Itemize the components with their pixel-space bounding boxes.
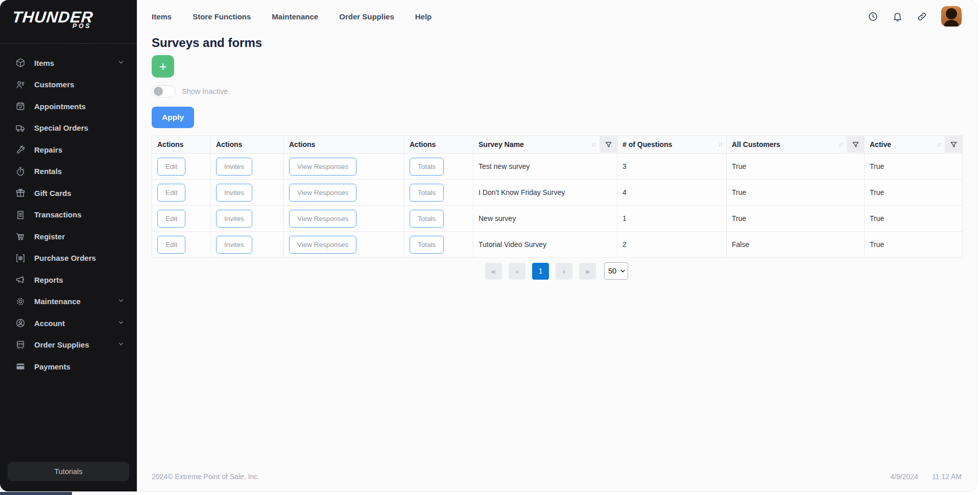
wrench-icon	[15, 144, 26, 155]
surveys-table: Actions Actions Actions Actions Survey N…	[152, 135, 963, 258]
column-header-survey-name: Survey Name	[479, 140, 524, 148]
invites-button[interactable]: Invites	[216, 184, 252, 202]
sidebar-item-transactions[interactable]: Transactions	[0, 204, 137, 226]
receipt-icon	[15, 210, 26, 220]
all-customers-cell: True	[727, 154, 865, 180]
all-customers-cell: True	[727, 180, 865, 206]
totals-button[interactable]: Totals	[410, 236, 444, 254]
show-inactive-toggle[interactable]	[152, 85, 176, 97]
totals-button[interactable]: Totals	[410, 158, 444, 176]
sidebar-item-payments[interactable]: Payments	[0, 356, 137, 378]
view-responses-button[interactable]: View Responses	[289, 158, 356, 176]
edit-button[interactable]: Edit	[157, 158, 185, 176]
clock-icon[interactable]	[868, 11, 878, 22]
active-cell: True	[865, 232, 963, 258]
package-icon	[15, 58, 26, 68]
filter-button[interactable]	[945, 136, 962, 153]
sidebar-item-register[interactable]: Register	[0, 226, 137, 247]
active-cell: True	[865, 180, 963, 206]
sort-icon[interactable]: ↓↑	[839, 141, 847, 148]
totals-button[interactable]: Totals	[410, 184, 444, 202]
sidebar-item-gift-cards[interactable]: Gift Cards	[0, 182, 137, 204]
topnav-maintenance[interactable]: Maintenance	[272, 12, 318, 21]
table-row: Edit Invites View Responses Totals Test …	[152, 154, 963, 180]
logo-title: THUNDER	[11, 8, 94, 27]
prev-page-button[interactable]: ‹	[509, 263, 525, 280]
table-row: Edit Invites View Responses Totals I Don…	[152, 180, 963, 206]
sidebar-item-account[interactable]: Account	[0, 312, 137, 334]
add-survey-button[interactable]: +	[152, 55, 174, 78]
apply-button[interactable]: Apply	[152, 107, 194, 128]
sidebar-item-special-orders[interactable]: Special Orders	[0, 117, 137, 139]
sidebar-item-rentals[interactable]: Rentals	[0, 161, 137, 183]
sidebar-item-label: Rentals	[34, 167, 62, 176]
sidebar-item-label: Payments	[34, 362, 70, 371]
link-icon[interactable]	[917, 11, 927, 22]
questions-cell: 4	[617, 180, 727, 206]
sidebar-item-order-supplies[interactable]: Order Supplies	[0, 334, 137, 356]
chevron-down-icon	[117, 297, 125, 306]
first-page-button[interactable]: «	[485, 263, 502, 280]
sidebar-item-label: Transactions	[34, 210, 82, 219]
page-1-button[interactable]: 1	[532, 263, 549, 280]
view-responses-button[interactable]: View Responses	[289, 236, 356, 254]
last-page-button[interactable]: »	[579, 263, 596, 280]
copyright-text: 2024© Extreme Point of Sale, Inc.	[152, 473, 259, 481]
sort-icon[interactable]: ↓↑	[718, 141, 727, 148]
sidebar-item-purchase-orders[interactable]: Purchase Orders	[0, 247, 137, 269]
show-inactive-label: Show Inactive	[182, 87, 228, 95]
edit-button[interactable]: Edit	[157, 236, 185, 254]
sort-icon[interactable]: ↓↑	[937, 141, 945, 148]
sidebar-nav: Items Customers Appointments Special Ord…	[0, 44, 137, 462]
chevron-down-icon	[117, 319, 125, 328]
sidebar-item-reports[interactable]: Reports	[0, 269, 137, 291]
topnav-order-supplies[interactable]: Order Supplies	[339, 12, 394, 21]
topnav-store-functions[interactable]: Store Functions	[193, 12, 251, 21]
edit-button[interactable]: Edit	[157, 184, 185, 202]
sidebar-item-label: Purchase Orders	[34, 254, 96, 262]
sidebar-item-label: Items	[34, 59, 54, 67]
bell-icon[interactable]	[892, 11, 903, 22]
sidebar-item-appointments[interactable]: Appointments	[0, 95, 137, 117]
invites-button[interactable]: Invites	[216, 158, 252, 176]
topnav-icons	[868, 6, 962, 27]
column-header-actions-4: Actions	[410, 140, 436, 148]
totals-button[interactable]: Totals	[410, 210, 444, 228]
calendar-check-icon	[15, 101, 26, 111]
horizontal-scrollbar-thumb[interactable]	[0, 492, 72, 495]
view-responses-button[interactable]: View Responses	[289, 210, 356, 228]
tutorials-button[interactable]: Tutorials	[8, 462, 129, 481]
sidebar-item-repairs[interactable]: Repairs	[0, 139, 137, 161]
footer: 2024© Extreme Point of Sale, Inc. 4/9/20…	[152, 473, 962, 491]
avatar[interactable]	[941, 6, 962, 27]
next-page-button[interactable]: ›	[556, 263, 572, 280]
active-cell: True	[865, 154, 963, 180]
barcode-icon	[15, 253, 26, 263]
column-header-actions-1: Actions	[157, 140, 183, 148]
filter-button[interactable]	[847, 136, 864, 153]
sidebar-item-items[interactable]: Items	[0, 52, 137, 74]
sort-icon[interactable]: ↓↑	[591, 141, 600, 148]
sidebar-item-label: Reports	[34, 276, 63, 284]
sidebar-item-maintenance[interactable]: Maintenance	[0, 291, 137, 313]
active-cell: True	[865, 206, 963, 232]
column-header-actions-3: Actions	[289, 140, 315, 148]
edit-button[interactable]: Edit	[157, 210, 185, 228]
column-header-actions-2: Actions	[216, 140, 242, 148]
survey-name-cell: New survey	[473, 206, 617, 232]
filter-button[interactable]	[600, 136, 617, 153]
sidebar-item-label: Repairs	[34, 145, 62, 154]
view-responses-button[interactable]: View Responses	[289, 184, 356, 202]
sidebar-item-customers[interactable]: Customers	[0, 74, 137, 96]
column-header-all-customers: All Customers	[732, 140, 780, 148]
topnav-help[interactable]: Help	[415, 12, 432, 21]
survey-name-cell: I Don't Know Friday Survey	[473, 180, 617, 206]
invites-button[interactable]: Invites	[216, 210, 252, 228]
funnel-icon	[605, 141, 612, 148]
invites-button[interactable]: Invites	[216, 236, 252, 254]
sidebar-item-label: Special Orders	[34, 123, 88, 132]
topnav-items[interactable]: Items	[152, 12, 172, 21]
page-size-select[interactable]: 50	[604, 262, 628, 280]
table-row: Edit Invites View Responses Totals Tutor…	[152, 232, 963, 258]
chevron-down-icon	[117, 340, 125, 349]
